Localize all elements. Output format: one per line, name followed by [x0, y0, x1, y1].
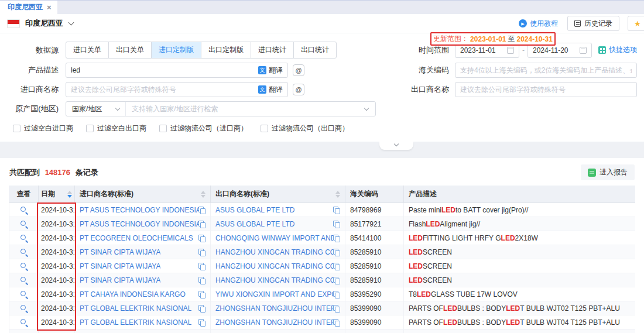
copy-icon[interactable]	[198, 235, 205, 242]
copy-icon[interactable]	[333, 319, 340, 326]
column-header-2[interactable]: 日期	[39, 186, 75, 203]
importer-link[interactable]: PT ASUS TECHNOLOGY INDONESIA BA...	[80, 206, 198, 214]
translate-button[interactable]: 翻译	[258, 66, 283, 75]
copy-icon[interactable]	[333, 305, 340, 312]
importer-link[interactable]: PT CAHAYA INDONESIA KARGO	[80, 290, 186, 298]
view-search-icon[interactable]	[20, 276, 28, 284]
importer-link[interactable]: PT ASUS TECHNOLOGY INDONESIA BA...	[80, 220, 198, 228]
view-search-icon[interactable]	[20, 248, 28, 256]
checkbox-icon[interactable]	[261, 125, 268, 132]
exporter-link[interactable]: YIWU XIONGXIN IMPORT AND EXPORT...	[215, 290, 333, 298]
tab-indonesia[interactable]: 印度尼西亚	[0, 1, 57, 14]
view-search-icon[interactable]	[20, 318, 28, 326]
row-hs-code: 85399090	[345, 315, 404, 329]
copy-icon[interactable]	[198, 263, 205, 270]
copy-icon[interactable]	[198, 207, 205, 214]
column-header-3[interactable]: 进口商名称(标准)	[75, 186, 211, 203]
enter-report-button[interactable]: 进入报告	[581, 164, 635, 180]
translate-icon	[258, 66, 266, 74]
chevron-down-icon[interactable]	[68, 19, 74, 25]
sort-icon[interactable]	[335, 191, 340, 198]
filter-checkbox-4[interactable]: 过滤物流公司（出口商）	[261, 123, 349, 133]
view-search-icon[interactable]	[20, 304, 28, 312]
importer-link[interactable]: PT ECOGREEN OLEOCHEMICALS	[80, 234, 193, 242]
product-desc-value: led	[71, 66, 80, 74]
datasource-tab-6[interactable]: 出口统计	[293, 42, 336, 58]
checkbox-icon[interactable]	[159, 125, 167, 132]
translate-label: 翻译	[269, 85, 283, 95]
datasource-tab-1[interactable]: 进口关单	[66, 42, 108, 58]
copy-icon[interactable]	[333, 235, 340, 242]
row-product-desc: Flash LED Aligment jig//	[404, 217, 635, 231]
copy-icon[interactable]	[198, 249, 205, 256]
exporter-link[interactable]: ZHONGSHAN TONGJIUZHOU INTERNA...	[215, 318, 333, 327]
column-header-4[interactable]: 出口商名称(标准)	[211, 186, 345, 203]
filter-checkbox-2[interactable]: 过滤空白出口商	[86, 123, 146, 133]
checkbox-icon[interactable]	[86, 125, 94, 132]
quick-options-label: 快捷选项	[609, 45, 637, 55]
copy-icon[interactable]	[333, 277, 340, 284]
datasource-tab-2[interactable]: 出口关单	[108, 42, 151, 58]
exporter-link[interactable]: HANGZHOU XINGCAN TRADING CO LTD	[215, 248, 333, 256]
exact-match-icon[interactable]	[293, 64, 304, 76]
exporter-link[interactable]: ZHONGSHAN TONGJIUZHOU INTERNA...	[215, 304, 333, 313]
product-desc-input[interactable]: led 翻译	[66, 63, 288, 78]
table-row: 2024-10-31PT ECOGREEN OLEOCHEMICALSCHONG…	[9, 231, 635, 245]
filter-checkbox-3[interactable]: 过滤物流公司（进口商）	[159, 123, 248, 133]
exporter-placeholder: 建议去除公司尾部字符或特殊符号	[460, 85, 566, 95]
report-icon	[588, 169, 596, 177]
view-search-icon[interactable]	[20, 206, 28, 214]
copy-icon[interactable]	[333, 207, 340, 214]
exporter-link[interactable]: ASUS GLOBAL PTE LTD	[215, 220, 294, 228]
view-search-icon[interactable]	[20, 234, 28, 242]
importer-input[interactable]: 建议去除公司尾部字符或特殊符号 翻译	[66, 82, 288, 97]
importer-link[interactable]: PT SINAR CIPTA WIJAYA	[80, 276, 160, 284]
sort-icon[interactable]	[67, 191, 72, 198]
filter-checkbox-1[interactable]: 过滤空白进口商	[13, 123, 73, 133]
importer-link[interactable]: PT SINAR CIPTA WIJAYA	[80, 262, 160, 270]
datasource-tab-4[interactable]: 出口定制版	[201, 42, 251, 58]
copy-icon[interactable]	[198, 221, 205, 228]
origin-select[interactable]: 国家/地区	[66, 102, 126, 116]
translate-button[interactable]: 翻译	[258, 85, 283, 95]
calendar-icon	[507, 47, 514, 54]
exporter-link[interactable]: CHONGQING WINWAY IMPORT AND E...	[215, 234, 333, 242]
row-date: 2024-10-31	[39, 287, 75, 301]
exporter-link[interactable]: HANGZHOU XINGCAN TRADING CO LTD	[215, 276, 333, 284]
copy-icon[interactable]	[333, 291, 340, 298]
view-search-icon[interactable]	[20, 262, 28, 270]
sort-icon[interactable]	[201, 191, 205, 198]
datasource-tab-5[interactable]: 进口统计	[251, 42, 293, 58]
quick-options-link[interactable]: 快捷选项	[598, 45, 637, 55]
origin-input[interactable]: 国家/地区 支持输入国家/地区进行检索	[66, 101, 376, 116]
tutorial-link[interactable]: 使用教程	[519, 19, 558, 29]
history-button[interactable]: 历史记录	[567, 16, 619, 31]
chevron-down-icon	[394, 142, 399, 146]
hs-code-input[interactable]: 支持4位以上海关编码，或2位海关编码加上产品描述、企业名称的任意信息	[455, 63, 637, 78]
row-hs-code: 94059990	[345, 329, 404, 333]
copy-icon[interactable]	[198, 277, 205, 284]
origin-row: 原产国(地区) 国家/地区 支持输入国家/地区进行检索	[7, 101, 376, 116]
copy-icon[interactable]	[198, 291, 205, 298]
importer-link[interactable]: PT GLOBAL ELEKTRIK NASIONAL	[80, 318, 191, 327]
importer-link[interactable]: PT SINAR CIPTA WIJAYA	[80, 248, 160, 256]
importer-link[interactable]: PT GLOBAL ELEKTRIK NASIONAL	[80, 304, 191, 313]
exporter-link[interactable]: ASUS GLOBAL PTE LTD	[215, 206, 294, 214]
view-search-icon[interactable]	[20, 290, 28, 298]
copy-icon[interactable]	[333, 263, 340, 270]
favorite-button[interactable]	[628, 16, 644, 31]
copy-icon[interactable]	[333, 249, 340, 256]
view-search-icon[interactable]	[20, 220, 28, 228]
exporter-input[interactable]: 建议去除公司尾部字符或特殊符号	[455, 82, 637, 97]
exporter-link[interactable]: HANGZHOU XINGCAN TRADING CO LTD	[215, 262, 333, 270]
checkbox-icon[interactable]	[13, 125, 20, 132]
copy-icon[interactable]	[198, 319, 205, 326]
row-date: 2024-10-31	[39, 273, 75, 287]
exact-match-icon[interactable]	[293, 84, 304, 95]
collapse-handle[interactable]	[379, 142, 413, 150]
copy-icon[interactable]	[333, 221, 340, 228]
close-icon[interactable]	[47, 4, 52, 11]
filter-panel: 数据源 进口关单出口关单进口定制版出口定制版进口统计出口统计 时间范围 2023…	[0, 33, 644, 142]
datasource-tab-3[interactable]: 进口定制版	[151, 42, 201, 58]
copy-icon[interactable]	[198, 305, 205, 312]
